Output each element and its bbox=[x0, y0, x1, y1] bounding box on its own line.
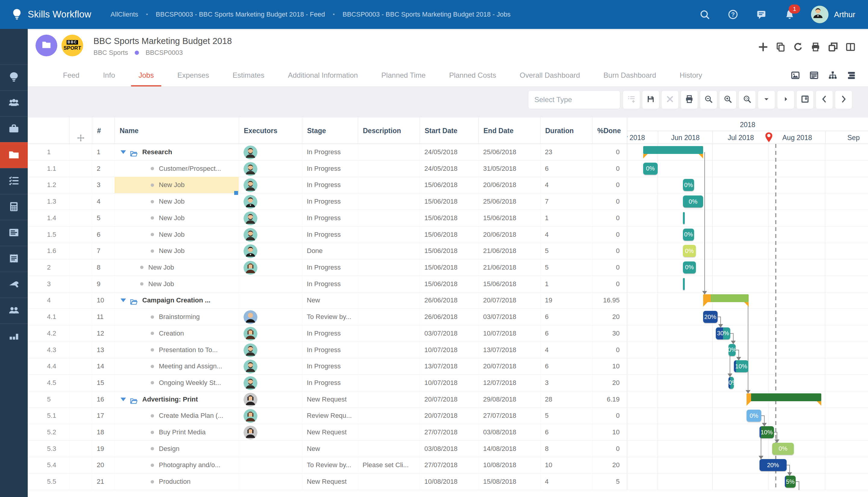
cancel-button[interactable] bbox=[661, 90, 679, 109]
gantt-task-bar[interactable]: 0% bbox=[683, 196, 703, 208]
column-header-dur[interactable]: Duration bbox=[540, 117, 592, 144]
messages-icon[interactable] bbox=[756, 9, 767, 20]
job-name[interactable]: Ongoing Weekly St... bbox=[159, 375, 221, 391]
gantt-task-bar[interactable]: 0% bbox=[772, 443, 794, 455]
executor-avatar[interactable] bbox=[243, 426, 257, 439]
sidebar-item-location[interactable] bbox=[0, 65, 28, 90]
sidebar-item-tools[interactable] bbox=[0, 272, 28, 298]
gantt-task-bar[interactable]: 0% bbox=[683, 229, 694, 241]
sidebar-item-projects[interactable] bbox=[0, 142, 28, 168]
job-name[interactable]: New Job bbox=[159, 227, 185, 243]
sidebar-item-timesheet[interactable] bbox=[0, 220, 28, 246]
hierarchy-view-icon[interactable] bbox=[828, 70, 838, 81]
tab-burn-dashboard[interactable]: Burn Dashboard bbox=[592, 64, 668, 86]
job-name[interactable]: Create Media Plan (... bbox=[159, 408, 223, 424]
gantt-task-bar[interactable]: 0% bbox=[728, 344, 736, 356]
name-cell[interactable]: New Job bbox=[114, 259, 239, 275]
name-cell[interactable]: Design bbox=[114, 441, 239, 457]
gantt-task-bar[interactable]: 20% bbox=[759, 459, 787, 471]
job-name[interactable]: New Job bbox=[148, 259, 174, 275]
gallery-view-icon[interactable] bbox=[790, 70, 800, 81]
executor-avatar[interactable] bbox=[243, 327, 257, 341]
executor-avatar[interactable] bbox=[243, 228, 257, 242]
column-header-done[interactable]: %Done bbox=[592, 117, 627, 144]
name-cell[interactable]: Photography and/o... bbox=[114, 457, 239, 473]
gantt-task-bar[interactable] bbox=[683, 212, 685, 224]
table-row[interactable]: 516Advertising: PrintNew Request20/07/20… bbox=[28, 391, 868, 408]
tab-additional-information[interactable]: Additional Information bbox=[276, 64, 369, 86]
table-row[interactable]: 1.34New JobIn Progress15/06/201825/06/20… bbox=[28, 194, 868, 210]
add-icon[interactable] bbox=[758, 42, 769, 53]
name-cell[interactable]: New Job bbox=[114, 194, 239, 210]
name-cell[interactable]: New Job bbox=[114, 276, 239, 292]
sidebar-item-tasks[interactable] bbox=[0, 168, 28, 194]
name-cell[interactable]: New Job bbox=[114, 210, 239, 226]
executor-avatar[interactable] bbox=[243, 343, 257, 357]
job-group-name[interactable]: Campaign Creation ... bbox=[142, 292, 210, 309]
column-header-exec[interactable]: Executors bbox=[239, 117, 302, 144]
sidebar-item-receipt[interactable] bbox=[0, 246, 28, 272]
save-button[interactable] bbox=[642, 90, 659, 109]
name-cell[interactable]: Research bbox=[114, 144, 239, 160]
table-row[interactable]: 5.218Buy Print MediaNew Request27/07/201… bbox=[28, 424, 868, 441]
sidebar-item-briefcase[interactable] bbox=[0, 116, 28, 142]
job-name[interactable]: New Job bbox=[159, 177, 185, 193]
table-row[interactable]: 1.12Customer/Prospect...In Progress24/05… bbox=[28, 160, 868, 177]
name-cell[interactable]: New Job bbox=[114, 243, 239, 259]
table-row[interactable]: 4.313Presentation to To...In Progress10/… bbox=[28, 342, 868, 358]
sidebar-item-calculator[interactable] bbox=[0, 194, 28, 220]
sidebar-item-team[interactable] bbox=[0, 298, 28, 324]
name-cell[interactable]: Ongoing Weekly St... bbox=[114, 375, 239, 391]
notifications-bell-icon[interactable]: 1 bbox=[784, 9, 795, 20]
job-name[interactable]: New Job bbox=[148, 276, 174, 292]
split-icon[interactable] bbox=[845, 42, 856, 53]
job-name[interactable]: Design bbox=[159, 441, 179, 457]
sidebar-item-reports[interactable] bbox=[0, 324, 28, 350]
zoom-in-button[interactable] bbox=[719, 90, 737, 109]
job-group-name[interactable]: Research bbox=[142, 144, 172, 160]
executor-avatar[interactable] bbox=[243, 261, 257, 275]
table-row[interactable]: 4.111BrainstormingTo Review by...26/06/2… bbox=[28, 309, 868, 325]
sidebar-item-clients[interactable] bbox=[0, 90, 28, 116]
name-cell[interactable]: New Job bbox=[114, 177, 239, 193]
job-name[interactable]: Creation bbox=[159, 325, 184, 342]
export-button[interactable] bbox=[796, 90, 814, 109]
job-name[interactable]: Buy Print Media bbox=[159, 424, 206, 440]
column-header-stage[interactable]: Stage bbox=[302, 117, 358, 144]
gantt-task-bar[interactable]: 20% bbox=[703, 311, 718, 323]
zoom-out-button[interactable] bbox=[700, 90, 717, 109]
executor-avatar[interactable] bbox=[243, 178, 257, 192]
table-row[interactable]: 5.319DesignNew03/08/201814/08/201880 bbox=[28, 441, 868, 457]
name-cell[interactable]: Campaign Creation ... bbox=[114, 292, 239, 309]
copy-icon[interactable] bbox=[775, 42, 786, 53]
windows-icon[interactable] bbox=[828, 42, 839, 53]
job-name[interactable]: Photography and/o... bbox=[159, 457, 220, 473]
zoom-fit-button[interactable] bbox=[738, 90, 756, 109]
executor-avatar[interactable] bbox=[243, 393, 257, 407]
job-name[interactable]: New Job bbox=[159, 210, 185, 226]
gantt-summary-bar[interactable] bbox=[643, 146, 703, 154]
gantt-task-bar[interactable]: 30% bbox=[716, 327, 730, 339]
job-name[interactable]: New Job bbox=[159, 243, 185, 259]
table-row[interactable]: 4.515Ongoing Weekly St...In Progress10/0… bbox=[28, 375, 868, 391]
job-name[interactable]: Production bbox=[159, 473, 191, 490]
name-cell[interactable]: Customer/Prospect... bbox=[114, 160, 239, 177]
gantt-task-bar[interactable]: 0% bbox=[746, 410, 761, 422]
gantt-task-bar[interactable]: 0% bbox=[683, 245, 696, 257]
collapse-caret-icon[interactable] bbox=[121, 298, 126, 302]
gantt-summary-bar[interactable] bbox=[746, 393, 821, 401]
job-name[interactable]: Brainstorming bbox=[159, 309, 200, 325]
tab-jobs[interactable]: Jobs bbox=[127, 64, 166, 86]
tab-feed[interactable]: Feed bbox=[51, 64, 91, 86]
app-logo[interactable]: Skills Workflow bbox=[10, 8, 91, 21]
print-icon[interactable] bbox=[810, 42, 821, 53]
name-cell[interactable]: Production bbox=[114, 473, 239, 490]
tab-expenses[interactable]: Expenses bbox=[166, 64, 221, 86]
tab-history[interactable]: History bbox=[668, 64, 714, 86]
select-type-combobox[interactable] bbox=[528, 90, 620, 109]
table-view-icon[interactable] bbox=[809, 70, 819, 81]
table-row[interactable]: 39New JobIn Progress15/06/201815/06/2018… bbox=[28, 276, 868, 293]
name-cell[interactable]: Creation bbox=[114, 325, 239, 342]
collapse-caret-icon[interactable] bbox=[121, 398, 126, 401]
gantt-task-bar[interactable]: 5% bbox=[785, 475, 796, 488]
